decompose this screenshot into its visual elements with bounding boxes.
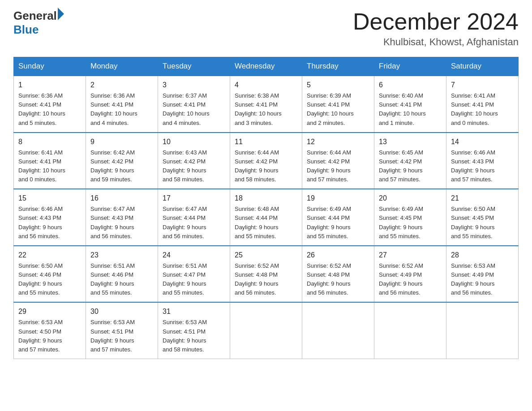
- day-number: 13: [379, 137, 442, 147]
- calendar-cell: 14Sunrise: 6:46 AMSunset: 4:43 PMDayligh…: [446, 133, 519, 189]
- calendar-cell: 10Sunrise: 6:43 AMSunset: 4:42 PMDayligh…: [158, 133, 230, 189]
- logo: General Blue: [13, 9, 64, 37]
- day-info: Sunrise: 6:38 AMSunset: 4:41 PMDaylight:…: [235, 91, 297, 128]
- day-number: 2: [90, 80, 153, 90]
- day-info: Sunrise: 6:37 AMSunset: 4:41 PMDaylight:…: [163, 91, 225, 128]
- day-info: Sunrise: 6:52 AMSunset: 4:49 PMDaylight:…: [379, 261, 442, 298]
- day-info: Sunrise: 6:41 AMSunset: 4:41 PMDaylight:…: [18, 148, 81, 184]
- calendar-cell: 7Sunrise: 6:41 AMSunset: 4:41 PMDaylight…: [446, 76, 519, 133]
- day-info: Sunrise: 6:42 AMSunset: 4:42 PMDaylight:…: [90, 148, 153, 184]
- day-info: Sunrise: 6:53 AMSunset: 4:51 PMDaylight:…: [90, 318, 153, 354]
- calendar-cell: 16Sunrise: 6:47 AMSunset: 4:43 PMDayligh…: [86, 189, 158, 246]
- calendar-header-row: SundayMondayTuesdayWednesdayThursdayFrid…: [14, 57, 519, 76]
- calendar-cell: 23Sunrise: 6:51 AMSunset: 4:46 PMDayligh…: [86, 246, 158, 303]
- day-number: 19: [307, 193, 369, 204]
- day-number: 10: [163, 137, 225, 147]
- calendar-week-row: 1Sunrise: 6:36 AMSunset: 4:41 PMDaylight…: [14, 76, 519, 133]
- day-number: 17: [163, 193, 225, 204]
- day-number: 1: [18, 80, 81, 90]
- logo-triangle-icon: [58, 8, 64, 20]
- day-info: Sunrise: 6:53 AMSunset: 4:49 PMDaylight:…: [451, 261, 514, 298]
- day-info: Sunrise: 6:52 AMSunset: 4:48 PMDaylight:…: [235, 261, 297, 298]
- calendar-cell: 12Sunrise: 6:44 AMSunset: 4:42 PMDayligh…: [302, 133, 374, 189]
- page-header: General Blue December 2024 Khulbisat, Kh…: [13, 9, 519, 48]
- calendar-cell: 3Sunrise: 6:37 AMSunset: 4:41 PMDaylight…: [158, 76, 230, 133]
- header-sunday: Sunday: [14, 57, 86, 76]
- day-number: 16: [90, 193, 153, 204]
- calendar-cell: 24Sunrise: 6:51 AMSunset: 4:47 PMDayligh…: [158, 246, 230, 303]
- calendar-cell: 5Sunrise: 6:39 AMSunset: 4:41 PMDaylight…: [302, 76, 374, 133]
- calendar-cell: 25Sunrise: 6:52 AMSunset: 4:48 PMDayligh…: [230, 246, 302, 303]
- day-info: Sunrise: 6:52 AMSunset: 4:48 PMDaylight:…: [307, 261, 369, 298]
- day-info: Sunrise: 6:47 AMSunset: 4:43 PMDaylight:…: [90, 205, 153, 241]
- calendar-cell: 29Sunrise: 6:53 AMSunset: 4:50 PMDayligh…: [14, 302, 86, 359]
- calendar-cell: [230, 302, 302, 359]
- day-number: 20: [379, 193, 442, 204]
- day-number: 28: [451, 250, 514, 261]
- day-number: 6: [379, 80, 442, 90]
- day-info: Sunrise: 6:44 AMSunset: 4:42 PMDaylight:…: [235, 148, 297, 184]
- day-number: 18: [235, 193, 297, 204]
- day-info: Sunrise: 6:50 AMSunset: 4:45 PMDaylight:…: [451, 205, 514, 241]
- calendar-cell: 9Sunrise: 6:42 AMSunset: 4:42 PMDaylight…: [86, 133, 158, 189]
- day-info: Sunrise: 6:51 AMSunset: 4:46 PMDaylight:…: [90, 261, 153, 298]
- day-info: Sunrise: 6:53 AMSunset: 4:51 PMDaylight:…: [163, 318, 225, 354]
- day-number: 15: [18, 193, 81, 204]
- calendar-cell: [374, 302, 446, 359]
- day-info: Sunrise: 6:43 AMSunset: 4:42 PMDaylight:…: [163, 148, 225, 184]
- day-number: 27: [379, 250, 442, 261]
- day-number: 8: [18, 137, 81, 147]
- day-info: Sunrise: 6:46 AMSunset: 4:43 PMDaylight:…: [18, 205, 81, 241]
- header-wednesday: Wednesday: [230, 57, 302, 76]
- day-number: 29: [18, 306, 81, 317]
- calendar-cell: 22Sunrise: 6:50 AMSunset: 4:46 PMDayligh…: [14, 246, 86, 303]
- day-number: 3: [163, 80, 225, 90]
- day-info: Sunrise: 6:49 AMSunset: 4:45 PMDaylight:…: [379, 205, 442, 241]
- calendar-subtitle: Khulbisat, Khowst, Afghanistan: [353, 36, 519, 48]
- day-number: 7: [451, 80, 514, 90]
- day-info: Sunrise: 6:48 AMSunset: 4:44 PMDaylight:…: [235, 205, 297, 241]
- day-number: 11: [235, 137, 297, 147]
- calendar-cell: 17Sunrise: 6:47 AMSunset: 4:44 PMDayligh…: [158, 189, 230, 246]
- day-info: Sunrise: 6:47 AMSunset: 4:44 PMDaylight:…: [163, 205, 225, 241]
- day-number: 31: [163, 306, 225, 317]
- day-info: Sunrise: 6:53 AMSunset: 4:50 PMDaylight:…: [18, 318, 81, 354]
- calendar-cell: [446, 302, 519, 359]
- calendar-week-row: 15Sunrise: 6:46 AMSunset: 4:43 PMDayligh…: [14, 189, 519, 246]
- day-info: Sunrise: 6:44 AMSunset: 4:42 PMDaylight:…: [307, 148, 369, 184]
- calendar-cell: 13Sunrise: 6:45 AMSunset: 4:42 PMDayligh…: [374, 133, 446, 189]
- calendar-table: SundayMondayTuesdayWednesdayThursdayFrid…: [13, 57, 519, 359]
- day-number: 9: [90, 137, 153, 147]
- header-thursday: Thursday: [302, 57, 374, 76]
- logo-blue-text: Blue: [13, 23, 64, 37]
- day-number: 4: [235, 80, 297, 90]
- day-number: 21: [451, 193, 514, 204]
- calendar-cell: 26Sunrise: 6:52 AMSunset: 4:48 PMDayligh…: [302, 246, 374, 303]
- day-info: Sunrise: 6:40 AMSunset: 4:41 PMDaylight:…: [379, 91, 442, 128]
- day-info: Sunrise: 6:39 AMSunset: 4:41 PMDaylight:…: [307, 91, 369, 128]
- calendar-cell: [302, 302, 374, 359]
- day-number: 12: [307, 137, 369, 147]
- calendar-cell: 6Sunrise: 6:40 AMSunset: 4:41 PMDaylight…: [374, 76, 446, 133]
- calendar-cell: 21Sunrise: 6:50 AMSunset: 4:45 PMDayligh…: [446, 189, 519, 246]
- calendar-cell: 1Sunrise: 6:36 AMSunset: 4:41 PMDaylight…: [14, 76, 86, 133]
- calendar-cell: 19Sunrise: 6:49 AMSunset: 4:44 PMDayligh…: [302, 189, 374, 246]
- day-number: 5: [307, 80, 369, 90]
- calendar-cell: 4Sunrise: 6:38 AMSunset: 4:41 PMDaylight…: [230, 76, 302, 133]
- calendar-cell: 27Sunrise: 6:52 AMSunset: 4:49 PMDayligh…: [374, 246, 446, 303]
- calendar-cell: 20Sunrise: 6:49 AMSunset: 4:45 PMDayligh…: [374, 189, 446, 246]
- calendar-body: 1Sunrise: 6:36 AMSunset: 4:41 PMDaylight…: [14, 76, 519, 359]
- day-number: 24: [163, 250, 225, 261]
- day-info: Sunrise: 6:45 AMSunset: 4:42 PMDaylight:…: [379, 148, 442, 184]
- day-info: Sunrise: 6:49 AMSunset: 4:44 PMDaylight:…: [307, 205, 369, 241]
- header-saturday: Saturday: [446, 57, 519, 76]
- day-number: 25: [235, 250, 297, 261]
- calendar-cell: 8Sunrise: 6:41 AMSunset: 4:41 PMDaylight…: [14, 133, 86, 189]
- calendar-cell: 30Sunrise: 6:53 AMSunset: 4:51 PMDayligh…: [86, 302, 158, 359]
- day-info: Sunrise: 6:51 AMSunset: 4:47 PMDaylight:…: [163, 261, 225, 298]
- calendar-cell: 2Sunrise: 6:36 AMSunset: 4:41 PMDaylight…: [86, 76, 158, 133]
- day-info: Sunrise: 6:41 AMSunset: 4:41 PMDaylight:…: [451, 91, 514, 128]
- day-info: Sunrise: 6:36 AMSunset: 4:41 PMDaylight:…: [18, 91, 81, 128]
- day-info: Sunrise: 6:46 AMSunset: 4:43 PMDaylight:…: [451, 148, 514, 184]
- calendar-week-row: 29Sunrise: 6:53 AMSunset: 4:50 PMDayligh…: [14, 302, 519, 359]
